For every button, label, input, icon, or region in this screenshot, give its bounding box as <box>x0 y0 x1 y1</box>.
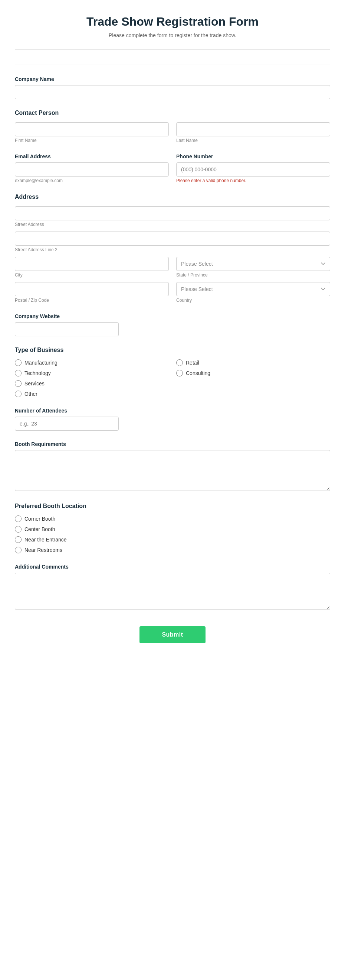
first-name-input[interactable] <box>15 122 169 137</box>
attendees-label: Number of Attendees <box>15 408 330 414</box>
email-phone-section: Email Address example@example.com Phone … <box>15 153 330 183</box>
radio-manufacturing-input[interactable] <box>15 360 22 366</box>
radio-manufacturing-label: Manufacturing <box>24 360 57 366</box>
radio-center-booth-input[interactable] <box>15 526 22 533</box>
radio-corner-booth-label: Corner Booth <box>24 516 55 522</box>
email-phone-fields: Email Address example@example.com Phone … <box>15 153 330 183</box>
radio-other-label: Other <box>24 391 38 397</box>
radio-manufacturing[interactable]: Manufacturing <box>15 360 169 366</box>
last-name-hint: Last Name <box>176 138 330 143</box>
country-select[interactable]: Please Select <box>176 282 330 296</box>
radio-retail-label: Retail <box>186 360 199 366</box>
radio-other-input[interactable] <box>15 391 22 397</box>
additional-comments-label: Additional Comments <box>15 564 330 570</box>
radio-services-input[interactable] <box>15 380 22 387</box>
phone-label: Phone Number <box>176 153 330 159</box>
attendees-input[interactable] <box>15 417 119 431</box>
street1-input[interactable] <box>15 206 330 220</box>
attendees-section: Number of Attendees <box>15 408 330 431</box>
street2-field: Street Address Line 2 <box>15 232 330 252</box>
radio-technology-label: Technology <box>24 370 51 376</box>
business-type-options: Manufacturing Retail Technology Consulti… <box>15 360 330 397</box>
city-hint: City <box>15 272 169 278</box>
radio-near-entrance-label: Near the Entrance <box>24 537 67 542</box>
country-hint: Country <box>176 298 330 303</box>
radio-retail[interactable]: Retail <box>176 360 330 366</box>
radio-consulting[interactable]: Consulting <box>176 370 330 377</box>
contact-person-fields: First Name Last Name <box>15 122 330 143</box>
radio-retail-input[interactable] <box>176 360 183 366</box>
phone-hint: Please enter a valid phone number. <box>176 178 330 183</box>
country-field: Please Select Country <box>176 282 330 303</box>
street2-hint: Street Address Line 2 <box>15 247 330 252</box>
website-section: Company Website <box>15 313 330 336</box>
page-title: Trade Show Registration Form <box>15 15 330 29</box>
booth-location-section: Preferred Booth Location Corner Booth Ce… <box>15 503 330 554</box>
radio-services-label: Services <box>24 380 44 387</box>
page-header: Trade Show Registration Form Please comp… <box>15 0 330 50</box>
first-name-field: First Name <box>15 122 169 143</box>
header-divider <box>15 65 330 65</box>
website-input[interactable] <box>15 322 119 336</box>
phone-input[interactable] <box>176 162 330 177</box>
radio-near-restrooms[interactable]: Near Restrooms <box>15 547 330 554</box>
radio-near-entrance[interactable]: Near the Entrance <box>15 536 330 543</box>
radio-consulting-input[interactable] <box>176 370 183 377</box>
page-subtitle: Please complete the form to register for… <box>15 32 330 38</box>
postal-country-row: Postal / Zip Code Please Select Country <box>15 282 330 303</box>
postal-input[interactable] <box>15 282 169 296</box>
postal-hint: Postal / Zip Code <box>15 298 169 303</box>
state-select[interactable]: Please Select <box>176 257 330 271</box>
radio-services[interactable]: Services <box>15 380 169 387</box>
city-field: City <box>15 257 169 278</box>
booth-req-label: Booth Requirements <box>15 441 330 447</box>
radio-corner-booth-input[interactable] <box>15 515 22 522</box>
last-name-field: Last Name <box>176 122 330 143</box>
radio-other[interactable]: Other <box>15 391 169 397</box>
city-state-row: City Please Select State / Province <box>15 257 330 278</box>
contact-person-section: Contact Person First Name Last Name <box>15 110 330 143</box>
street2-input[interactable] <box>15 232 330 246</box>
first-name-hint: First Name <box>15 138 169 143</box>
street1-hint: Street Address <box>15 222 330 227</box>
booth-location-options: Corner Booth Center Booth Near the Entra… <box>15 515 330 554</box>
booth-location-label: Preferred Booth Location <box>15 503 330 509</box>
last-name-input[interactable] <box>176 122 330 137</box>
email-input[interactable] <box>15 162 169 177</box>
postal-field: Postal / Zip Code <box>15 282 169 303</box>
additional-comments-textarea[interactable] <box>15 573 330 610</box>
address-label: Address <box>15 194 330 200</box>
state-hint: State / Province <box>176 272 330 278</box>
website-label: Company Website <box>15 313 330 319</box>
phone-field-wrapper: Phone Number Please enter a valid phone … <box>176 153 330 183</box>
radio-technology[interactable]: Technology <box>15 370 169 377</box>
additional-comments-section: Additional Comments <box>15 564 330 611</box>
email-field-wrapper: Email Address example@example.com <box>15 153 169 183</box>
registration-form: Company Name Contact Person First Name L… <box>15 76 330 643</box>
radio-center-booth-label: Center Booth <box>24 526 55 532</box>
radio-near-restrooms-input[interactable] <box>15 547 22 554</box>
address-section: Address Street Address Street Address Li… <box>15 194 330 303</box>
contact-person-label: Contact Person <box>15 110 330 116</box>
submit-button[interactable]: Submit <box>139 626 205 643</box>
email-hint: example@example.com <box>15 178 169 183</box>
company-name-input[interactable] <box>15 85 330 99</box>
submit-area: Submit <box>15 626 330 643</box>
radio-technology-input[interactable] <box>15 370 22 377</box>
radio-near-entrance-input[interactable] <box>15 536 22 543</box>
radio-consulting-label: Consulting <box>186 370 210 376</box>
business-type-section: Type of Business Manufacturing Retail Te… <box>15 347 330 397</box>
radio-near-restrooms-label: Near Restrooms <box>24 547 62 553</box>
company-name-section: Company Name <box>15 76 330 99</box>
street1-field: Street Address <box>15 206 330 227</box>
company-name-label: Company Name <box>15 76 330 82</box>
state-field: Please Select State / Province <box>176 257 330 278</box>
radio-center-booth[interactable]: Center Booth <box>15 526 330 533</box>
business-type-label: Type of Business <box>15 347 330 353</box>
radio-corner-booth[interactable]: Corner Booth <box>15 515 330 522</box>
booth-req-textarea[interactable] <box>15 450 330 491</box>
email-label: Email Address <box>15 153 169 159</box>
city-input[interactable] <box>15 257 169 271</box>
booth-req-section: Booth Requirements <box>15 441 330 492</box>
